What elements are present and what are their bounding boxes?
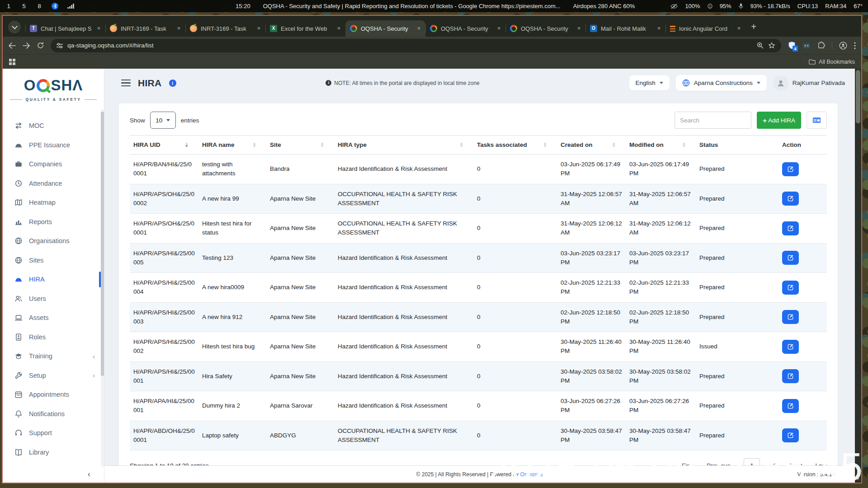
tab-inrt-3169-task[interactable]: INRT-3169 - Task — [185, 20, 265, 37]
reload-icon[interactable] — [37, 42, 44, 49]
tab-ionic-angular-cord[interactable]: Ionic Angular Cord — [665, 20, 745, 37]
microphone-icon[interactable] — [739, 3, 743, 9]
add-hira-button[interactable]: Add HIRA — [757, 112, 801, 129]
page-size-select[interactable]: 10 — [150, 112, 176, 129]
workspace-indicator[interactable]: 1 — [5, 3, 12, 9]
scroll-down-arrow-icon[interactable] — [855, 477, 861, 481]
sort-arrows-icon[interactable] — [321, 142, 330, 147]
sidebar-item-reports[interactable]: Reports — [3, 212, 104, 232]
search-input[interactable] — [675, 112, 751, 129]
edit-button[interactable] — [782, 399, 799, 413]
sidebar-item-assets[interactable]: Assets — [3, 308, 104, 328]
sidebar-item-companies[interactable]: Companies — [3, 155, 104, 174]
bt-battery-level[interactable]: 95% — [720, 3, 731, 9]
language-dropdown[interactable]: English — [629, 75, 670, 90]
sidebar-item-ppe-issuance[interactable]: PPE Issuance — [3, 136, 104, 155]
tab-close-icon[interactable] — [415, 25, 423, 33]
tab-close-icon[interactable] — [495, 25, 503, 33]
sidebar-item-appointments[interactable]: Appointments — [3, 385, 104, 404]
sidebar-item-users[interactable]: Users — [3, 289, 104, 309]
temperature[interactable]: 67° — [854, 3, 863, 9]
hamburger-menu-icon[interactable] — [121, 80, 131, 86]
edit-button[interactable] — [782, 251, 799, 265]
apps-grid-icon[interactable] — [9, 59, 15, 65]
menu-kebab-icon[interactable] — [854, 42, 856, 49]
column-header-action[interactable]: Action — [778, 136, 827, 155]
sort-arrows-icon[interactable] — [253, 142, 263, 147]
sidebar-item-hira[interactable]: HIRA — [3, 270, 104, 289]
sidebar-item-roles[interactable]: Roles — [3, 328, 104, 347]
tab-oqsha-security[interactable]: OQSHA - Security — [345, 20, 425, 37]
zoom-icon[interactable] — [757, 42, 764, 49]
ram-usage[interactable]: RAM:34 — [825, 3, 846, 9]
bluetooth-icon[interactable] — [52, 3, 58, 9]
tab-close-icon[interactable] — [735, 25, 743, 33]
sort-arrows-icon[interactable] — [460, 142, 470, 147]
sidebar-item-heatmap[interactable]: Heatmap — [3, 193, 104, 212]
sidebar-item-notifications[interactable]: Notifications — [3, 404, 104, 424]
column-header-created-on[interactable]: Created on — [557, 136, 626, 155]
sort-arrows-icon[interactable] — [682, 142, 692, 147]
cpu-usage[interactable]: CPU:13 — [797, 3, 818, 9]
user-menu[interactable]: RajKumar Pativada — [773, 75, 845, 91]
sort-arrows-icon[interactable] — [185, 142, 195, 147]
sidebar-item-moc[interactable]: MOC — [3, 116, 104, 136]
address-bar[interactable]: qa-staging.oqsha.com/#/hira/list — [51, 39, 781, 52]
adblock-shield-icon[interactable]: 4 — [788, 41, 796, 50]
workspace-indicator[interactable]: 5 — [21, 3, 27, 9]
url-text[interactable]: qa-staging.oqsha.com/#/hira/list — [67, 42, 154, 49]
tab-close-icon[interactable] — [175, 25, 183, 33]
edit-button[interactable] — [782, 192, 799, 206]
tab-close-icon[interactable] — [255, 25, 263, 33]
tab-oqsha-security[interactable]: OQSHA - Security — [425, 20, 505, 37]
organisation-dropdown[interactable]: Aparna Constructions — [676, 75, 767, 91]
page-scrollbar[interactable] — [855, 69, 861, 483]
edit-button[interactable] — [782, 369, 799, 383]
tab-close-icon[interactable] — [95, 25, 103, 33]
osmosys-link[interactable]: Osmosys — [520, 471, 542, 478]
tune-icon[interactable] — [57, 43, 63, 48]
sidebar-item-organisations[interactable]: Organisations — [3, 231, 104, 251]
page-scrollbar-thumb[interactable] — [856, 70, 860, 123]
sidebar-item-setup[interactable]: Setup — [3, 366, 104, 385]
volume-level[interactable]: 100% — [685, 3, 700, 9]
new-tab-button[interactable] — [747, 20, 760, 33]
sidebar-scrollbar-thumb[interactable] — [101, 112, 104, 376]
column-header-hira-type[interactable]: HIRA type — [334, 136, 473, 155]
profile-icon[interactable] — [839, 42, 847, 50]
sidebar-scrollbar[interactable] — [101, 109, 104, 466]
all-bookmarks-button[interactable]: All Bookmarks — [809, 59, 855, 65]
chevron-left-icon[interactable] — [93, 352, 95, 360]
sidebar-item-sites[interactable]: Sites — [3, 251, 104, 270]
network-speed[interactable]: 93% - 18.7kB/s — [750, 3, 790, 9]
extensions-icon[interactable] — [817, 42, 825, 49]
bookmark-star-icon[interactable] — [768, 42, 775, 49]
column-header-hira-name[interactable]: HIRA name — [198, 136, 266, 155]
forward-icon[interactable] — [23, 42, 30, 49]
column-header-tasks-associated[interactable]: Tasks associated — [473, 136, 557, 155]
tab-inrt-3169-task[interactable]: INRT-3169 - Task — [105, 20, 185, 37]
tab-close-icon[interactable] — [335, 25, 343, 33]
tab-close-icon[interactable] — [655, 25, 663, 33]
tab-oqsha-security[interactable]: OQSHA - Security — [505, 20, 585, 37]
edit-button[interactable] — [782, 310, 799, 324]
column-header-hira-uid[interactable]: HIRA UID — [130, 136, 198, 155]
column-header-site[interactable]: Site — [266, 136, 334, 155]
edit-button[interactable] — [782, 340, 799, 354]
hira-info-icon[interactable] — [169, 80, 176, 87]
edit-button[interactable] — [782, 281, 799, 295]
tab-mail-rohit-malik[interactable]: Mail - Rohit Malik — [585, 20, 665, 37]
sidebar-item-attendance[interactable]: Attendance — [3, 174, 104, 193]
edit-button[interactable] — [782, 221, 799, 235]
sidebar-collapse-icon[interactable] — [88, 469, 90, 479]
tab-close-icon[interactable] — [575, 25, 583, 33]
back-icon[interactable] — [8, 42, 16, 49]
sidebar-item-training[interactable]: Training — [3, 347, 104, 366]
eye-off-icon[interactable] — [670, 4, 678, 9]
chevron-left-icon[interactable] — [93, 371, 95, 379]
workspace-indicator[interactable]: 8 — [36, 3, 42, 9]
app-logo[interactable]: OSHΛ QUALITY & SAFETY — [3, 69, 104, 105]
column-visibility-button[interactable] — [807, 112, 827, 129]
edit-button[interactable] — [782, 428, 799, 442]
edit-button[interactable] — [782, 162, 799, 176]
